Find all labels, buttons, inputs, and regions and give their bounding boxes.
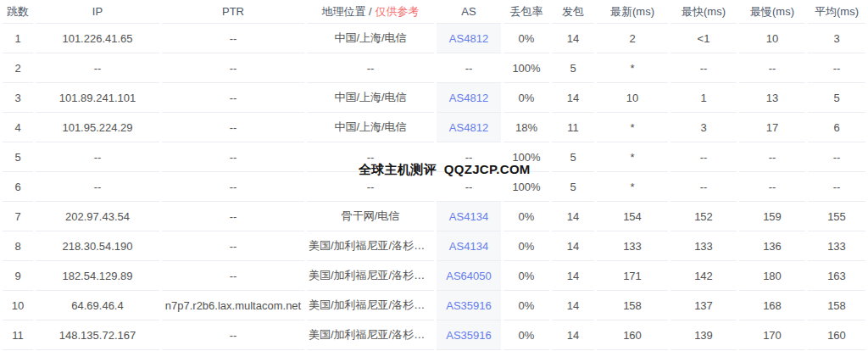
avg-cell: 5 — [808, 83, 865, 113]
latest-cell: * — [597, 113, 668, 142]
as-link[interactable]: AS4134 — [449, 240, 488, 253]
as-cell: -- — [437, 142, 501, 172]
ptr-cell: -- — [162, 53, 304, 83]
fastest-cell: 137 — [670, 291, 737, 320]
latest-cell: 158 — [597, 291, 668, 320]
ptr-cell: -- — [162, 83, 304, 113]
fastest-cell: 142 — [670, 261, 737, 291]
as-link[interactable]: AS35916 — [446, 299, 492, 312]
avg-cell: 3 — [808, 24, 865, 53]
geo-note-label: 仅供参考 — [376, 5, 420, 18]
slowest-cell: 17 — [739, 113, 805, 142]
as-link[interactable]: AS4812 — [449, 92, 488, 104]
table-row: 1064.69.46.4n7p7.r2b6.lax.multacom.net美国… — [3, 291, 865, 320]
slowest-cell: -- — [739, 142, 805, 172]
latest-cell: 154 — [597, 202, 668, 231]
ptr-cell: n7p7.r2b6.lax.multacom.net — [162, 291, 304, 320]
as-link[interactable]: AS35916 — [446, 329, 492, 342]
fastest-cell: -- — [670, 142, 737, 172]
latest-cell: * — [597, 142, 668, 172]
fastest-cell: 139 — [670, 320, 737, 350]
slowest-cell: 136 — [739, 231, 805, 261]
col-header-as: AS — [437, 0, 501, 24]
hop-cell: 6 — [3, 172, 33, 202]
as-link[interactable]: AS4134 — [449, 210, 488, 223]
sent-cell: 5 — [552, 142, 594, 172]
hop-cell: 1 — [3, 24, 33, 53]
fastest-cell: <1 — [670, 24, 737, 53]
loss-cell: 0% — [504, 231, 549, 261]
fastest-cell: 133 — [670, 231, 737, 261]
table-row: 11148.135.72.167--美国/加利福尼亚/洛杉矶/bran...AS… — [3, 320, 865, 350]
geo-cell: 美国/加利福尼亚/洛杉矶/电信 — [307, 231, 434, 261]
ptr-cell: -- — [162, 172, 304, 202]
traceroute-panel: 跳数 IP PTR 地理位置 /仅供参考 AS 丢包率 发包 最新(ms) 最快… — [0, 0, 868, 351]
sent-cell: 14 — [552, 291, 594, 320]
geo-cell: 中国/上海/电信 — [307, 83, 434, 113]
loss-cell: 100% — [504, 172, 549, 202]
latest-cell: 160 — [597, 320, 668, 350]
ptr-cell: -- — [162, 202, 304, 231]
loss-cell: 0% — [504, 291, 549, 320]
hop-cell: 9 — [3, 261, 33, 291]
sent-cell: 14 — [552, 202, 594, 231]
table-row: 1101.226.41.65--中国/上海/电信AS48120%142<1103 — [3, 24, 865, 53]
avg-cell: 160 — [808, 320, 865, 350]
as-cell: -- — [437, 172, 501, 202]
traceroute-table: 跳数 IP PTR 地理位置 /仅供参考 AS 丢包率 发包 最新(ms) 最快… — [0, 0, 868, 350]
as-cell: AS35916 — [437, 291, 501, 320]
col-header-avg: 平均(ms) — [808, 0, 865, 24]
hop-cell: 10 — [3, 291, 33, 320]
sent-cell: 5 — [552, 53, 594, 83]
fastest-cell: 152 — [670, 202, 737, 231]
loss-cell: 0% — [504, 202, 549, 231]
ip-cell: -- — [36, 172, 159, 202]
sent-cell: 14 — [552, 231, 594, 261]
ip-cell: -- — [36, 53, 159, 83]
table-header: 跳数 IP PTR 地理位置 /仅供参考 AS 丢包率 发包 最新(ms) 最快… — [3, 0, 865, 24]
table-row: 5--------100%5*------ — [3, 142, 865, 172]
as-link[interactable]: AS4812 — [449, 32, 488, 45]
slowest-cell: 180 — [739, 261, 805, 291]
avg-cell: 163 — [808, 261, 865, 291]
latest-cell: 2 — [597, 24, 668, 53]
loss-cell: 0% — [504, 83, 549, 113]
ip-cell: 148.135.72.167 — [36, 320, 159, 350]
ptr-cell: -- — [162, 261, 304, 291]
as-cell: AS4812 — [437, 24, 501, 53]
sent-cell: 5 — [552, 172, 594, 202]
slowest-cell: 10 — [739, 24, 805, 53]
ptr-cell: -- — [162, 24, 304, 53]
loss-cell: 100% — [504, 142, 549, 172]
slowest-cell: -- — [739, 172, 805, 202]
latest-cell: * — [597, 172, 668, 202]
as-link[interactable]: AS64050 — [446, 270, 492, 282]
col-header-latest: 最新(ms) — [597, 0, 668, 24]
ip-cell: -- — [36, 142, 159, 172]
table-row: 8218.30.54.190--美国/加利福尼亚/洛杉矶/电信AS41340%1… — [3, 231, 865, 261]
col-header-loss: 丢包率 — [504, 0, 549, 24]
hop-cell: 8 — [3, 231, 33, 261]
as-cell: AS4812 — [437, 83, 501, 113]
avg-cell: -- — [808, 172, 865, 202]
loss-cell: 0% — [504, 24, 549, 53]
as-link[interactable]: AS4812 — [449, 121, 488, 134]
ip-cell: 202.97.43.54 — [36, 202, 159, 231]
table-row: 4101.95.224.29--中国/上海/电信AS481218%11*3176 — [3, 113, 865, 142]
as-cell: -- — [437, 53, 501, 83]
geo-cell: -- — [307, 172, 434, 202]
geo-cell: 骨干网/电信 — [307, 202, 434, 231]
geo-cell: 美国/加利福尼亚/洛杉矶/mult... — [307, 291, 434, 320]
slowest-cell: -- — [739, 53, 805, 83]
latest-cell: * — [597, 53, 668, 83]
avg-cell: 158 — [808, 291, 865, 320]
col-header-slowest: 最慢(ms) — [739, 0, 805, 24]
avg-cell: 6 — [808, 113, 865, 142]
fastest-cell: -- — [670, 172, 737, 202]
ptr-cell: -- — [162, 113, 304, 142]
geo-label: 地理位置 / — [321, 5, 371, 18]
sent-cell: 14 — [552, 320, 594, 350]
hop-cell: 7 — [3, 202, 33, 231]
col-header-geo: 地理位置 /仅供参考 — [307, 0, 434, 24]
avg-cell: -- — [808, 142, 865, 172]
